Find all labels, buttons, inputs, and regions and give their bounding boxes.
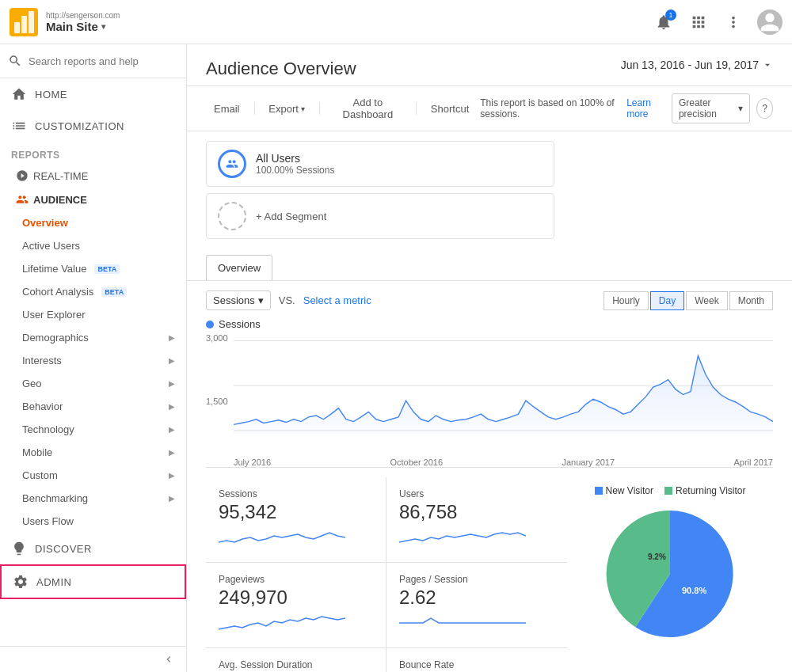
site-name[interactable]: Main Site ▾ — [46, 20, 653, 33]
customization-label: CUSTOMIZATION — [35, 120, 124, 132]
custom-chevron: ▶ — [169, 471, 175, 480]
avg-session-label: Avg. Session Duration — [219, 659, 373, 670]
notifications-button[interactable]: 1 — [653, 11, 675, 33]
select-metric-link[interactable]: Select a metric — [303, 294, 371, 306]
add-segment-label: + Add Segment — [256, 211, 326, 222]
export-button[interactable]: Export ▾ — [261, 99, 313, 119]
chart-x-labels: July 2016 October 2016 January 2017 Apri… — [234, 457, 773, 467]
behavior-chevron: ▶ — [169, 402, 175, 411]
sidebar-item-benchmarking[interactable]: Benchmarking ▶ — [0, 487, 186, 510]
x-label-jan: January 2017 — [562, 457, 615, 467]
main-layout: HOME CUSTOMIZATION Reports REAL-TIME AUD… — [0, 44, 792, 672]
learn-more-link[interactable]: Learn more — [626, 97, 665, 120]
segment-user-icon — [226, 158, 238, 170]
content-header: Audience Overview Jun 13, 2016 - Jun 19,… — [187, 44, 792, 86]
add-segment-circle — [218, 202, 246, 230]
sidebar-item-audience[interactable]: AUDIENCE — [0, 188, 186, 211]
users-value: 86,758 — [399, 501, 554, 523]
sidebar-item-lifetime-value[interactable]: Lifetime Value BETA — [0, 257, 186, 280]
time-btn-month[interactable]: Month — [729, 291, 773, 310]
email-button[interactable]: Email — [206, 99, 248, 119]
svg-rect-1 — [14, 22, 20, 33]
x-label-jul: July 2016 — [234, 457, 271, 467]
sidebar-item-discover[interactable]: DISCOVER — [0, 533, 186, 564]
sidebar-item-overview[interactable]: Overview — [0, 211, 186, 234]
chart-area: Sessions ▾ VS. Select a metric Hourly Da… — [187, 281, 792, 477]
sidebar-item-admin[interactable]: ADMIN — [0, 564, 186, 599]
lifetime-value-beta-badge: BETA — [94, 264, 120, 274]
new-pct-label: 90.8% — [682, 586, 706, 595]
sessions-legend-label: Sessions — [219, 318, 261, 330]
all-users-info: All Users 100.00% Sessions — [256, 152, 334, 176]
realtime-icon — [16, 169, 29, 182]
sidebar-item-demographics[interactable]: Demographics ▶ — [0, 326, 186, 349]
sidebar-collapse-button[interactable] — [0, 646, 186, 672]
sidebar-item-geo[interactable]: Geo ▶ — [0, 372, 186, 395]
svg-rect-2 — [21, 16, 27, 33]
sidebar-item-home[interactable]: HOME — [0, 78, 186, 110]
home-icon — [11, 86, 27, 102]
precision-select[interactable]: Greater precision ▾ — [672, 93, 750, 123]
sidebar-item-technology[interactable]: Technology ▶ — [0, 418, 186, 441]
segments-area: All Users 100.00% Sessions + Add Segment — [187, 131, 792, 249]
sidebar-item-cohort-analysis[interactable]: Cohort Analysis BETA — [0, 280, 186, 303]
sidebar-item-custom[interactable]: Custom ▶ — [0, 464, 186, 487]
sidebar-item-mobile[interactable]: Mobile ▶ — [0, 441, 186, 464]
help-button[interactable]: ? — [756, 98, 773, 119]
add-segment-row[interactable]: + Add Segment — [206, 193, 554, 239]
sessions-legend-dot — [206, 321, 214, 328]
new-visitor-dot — [595, 487, 603, 495]
x-label-apr: April 2017 — [733, 457, 773, 467]
toolbar-right: This report is based on 100% of sessions… — [480, 93, 773, 123]
content-area: Audience Overview Jun 13, 2016 - Jun 19,… — [187, 44, 792, 672]
sidebar-item-user-explorer[interactable]: User Explorer — [0, 303, 186, 326]
stat-avg-session-duration: Avg. Session Duration 00:00:52 — [206, 648, 386, 672]
chart-controls: Sessions ▾ VS. Select a metric Hourly Da… — [206, 290, 773, 310]
time-btn-day[interactable]: Day — [650, 291, 684, 310]
admin-icon — [13, 574, 29, 590]
search-bar — [0, 44, 186, 78]
sidebar: HOME CUSTOMIZATION Reports REAL-TIME AUD… — [0, 44, 187, 672]
toolbar-divider-2 — [319, 102, 320, 115]
date-range-text: Jun 13, 2016 - Jun 19, 2017 — [621, 59, 759, 71]
pie-area: New Visitor Returning Visitor 90.8% — [567, 477, 773, 672]
sidebar-item-realtime[interactable]: REAL-TIME — [0, 164, 186, 188]
stats-grid: Sessions 95,342 Users 86,758 Pageviews 2… — [206, 477, 567, 672]
all-users-name: All Users — [256, 152, 334, 165]
segment-circle — [218, 150, 246, 178]
metric-chevron: ▾ — [258, 294, 264, 306]
geo-chevron: ▶ — [169, 379, 175, 388]
sidebar-item-customization[interactable]: CUSTOMIZATION — [0, 110, 186, 142]
sidebar-item-interests[interactable]: Interests ▶ — [0, 349, 186, 372]
time-btn-hourly[interactable]: Hourly — [604, 291, 649, 310]
reports-section-label: Reports — [0, 142, 186, 164]
sidebar-item-users-flow[interactable]: Users Flow — [0, 510, 186, 533]
overview-tab-row: Overview — [187, 249, 792, 281]
toolbar-divider-3 — [416, 102, 417, 115]
shortcut-button[interactable]: Shortcut — [423, 99, 477, 119]
sidebar-item-active-users[interactable]: Active Users — [0, 234, 186, 257]
add-dashboard-button[interactable]: Add to Dashboard — [326, 93, 409, 124]
pageviews-label: Pageviews — [219, 574, 373, 585]
export-chevron: ▾ — [301, 104, 305, 113]
mobile-chevron: ▶ — [169, 448, 175, 457]
new-visitor-label: New Visitor — [606, 485, 653, 496]
admin-label: ADMIN — [36, 576, 71, 588]
time-btn-week[interactable]: Week — [686, 291, 727, 310]
more-options-button[interactable] — [722, 11, 744, 33]
topbar: http://sengerson.com Main Site ▾ 1 — [0, 0, 792, 44]
apps-button[interactable] — [687, 11, 710, 33]
topbar-actions: 1 — [653, 9, 782, 35]
search-input[interactable] — [29, 55, 178, 67]
pie-chart: 90.8% 9.2% — [599, 503, 741, 645]
date-range-selector[interactable]: Jun 13, 2016 - Jun 19, 2017 — [621, 59, 773, 71]
users-label: Users — [399, 488, 554, 499]
metric-select[interactable]: Sessions ▾ — [206, 290, 271, 310]
sessions-chart — [234, 333, 773, 438]
stat-pages-session: Pages / Session 2.62 — [386, 563, 567, 648]
sidebar-item-behavior[interactable]: Behavior ▶ — [0, 395, 186, 418]
overview-tab[interactable]: Overview — [206, 255, 272, 280]
user-avatar[interactable] — [757, 9, 782, 35]
all-users-pct: 100.00% Sessions — [256, 165, 334, 176]
page-title: Audience Overview — [206, 59, 356, 79]
